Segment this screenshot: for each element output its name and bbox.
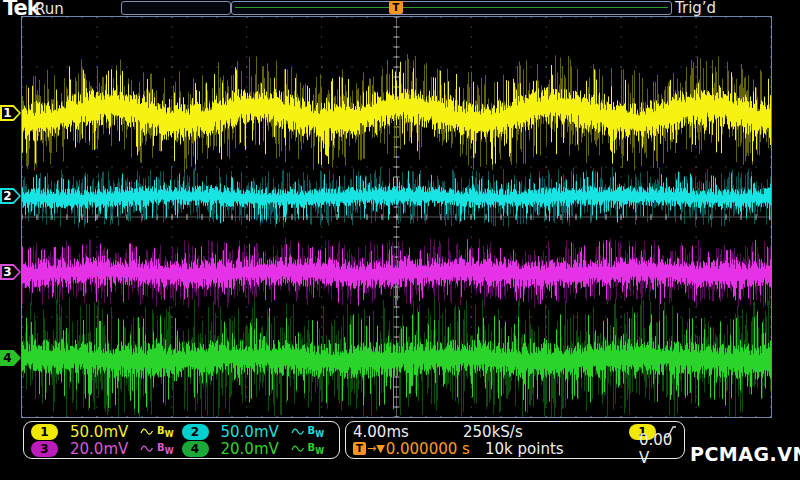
record-trigger-marker-icon: T xyxy=(389,1,403,14)
channel-1-badge: 1 xyxy=(31,424,58,440)
watermark: PCMAG.VN xyxy=(690,443,800,465)
horizontal-trigger-box: 4.00ms 250kS/s 1 T →▼ 0.000000 s 10k poi… xyxy=(345,421,685,459)
trigger-position-readout: T →▼ 0.000000 s xyxy=(353,440,485,458)
channel-1-marker-label: 1 xyxy=(0,105,15,121)
ac-coupling-icon xyxy=(291,427,305,437)
ac-coupling-icon xyxy=(291,444,305,454)
channel-3-scale: 20.0mV xyxy=(70,440,140,458)
channel-2-indicators: BW xyxy=(291,425,324,439)
channel-2-marker-label: 2 xyxy=(0,188,15,204)
bandwidth-limit-icon: BW xyxy=(308,442,324,456)
trigger-t-icon: T xyxy=(353,442,366,455)
channel-4-position-marker: 4 xyxy=(0,350,21,366)
trigger-level: 0.00 V xyxy=(639,431,677,467)
channel-4-badge: 4 xyxy=(182,441,209,457)
bandwidth-limit-icon: BW xyxy=(308,425,324,439)
record-view-bar-left xyxy=(121,1,231,15)
record-view-bar-right xyxy=(231,1,672,15)
trigger-row: T →▼ 0.000000 s 10k points 0.00 V xyxy=(353,440,677,457)
channel-3-indicators: BW xyxy=(140,442,173,456)
channel-2-readout: 2 50.0mV BW xyxy=(182,423,333,441)
trigger-position-value: 0.000000 s xyxy=(386,440,470,458)
channel-4-indicators: BW xyxy=(291,442,324,456)
ac-coupling-icon xyxy=(140,427,154,437)
channel-readout-row: 1 50.0mV BW 2 50.0mV BW xyxy=(31,423,332,440)
channel-4-readout: 4 20.0mV BW xyxy=(182,440,333,458)
trigger-level-wrap: 0.00 V xyxy=(605,431,677,467)
channel-4-marker-label: 4 xyxy=(0,350,15,366)
channel-2-position-marker: 2 xyxy=(0,188,21,204)
sample-rate: 250kS/s xyxy=(463,423,563,441)
channel-2-badge: 2 xyxy=(182,424,209,440)
bandwidth-limit-icon: BW xyxy=(157,442,173,456)
record-waveform-line xyxy=(235,7,668,8)
bandwidth-limit-icon: BW xyxy=(157,425,173,439)
trigger-status: Trig’d xyxy=(675,0,716,17)
channel-4-scale: 20.0mV xyxy=(221,440,291,458)
ac-coupling-icon xyxy=(140,444,154,454)
channel-1-position-marker: 1 xyxy=(0,105,21,121)
channel-1-indicators: BW xyxy=(140,425,173,439)
trigger-arrow-icons: →▼ xyxy=(367,442,385,455)
record-length: 10k points xyxy=(485,440,605,458)
channel-readouts-box: 1 50.0mV BW 2 50.0mV BW xyxy=(23,421,340,459)
trigger-level-arrow-icon xyxy=(760,108,771,120)
channel-2-scale: 50.0mV xyxy=(221,423,291,441)
channel-3-position-marker: 3 xyxy=(0,264,21,280)
channel-readout-row: 3 20.0mV BW 4 20.0mV BW xyxy=(31,440,332,457)
channel-3-readout: 3 20.0mV BW xyxy=(31,440,182,458)
channel-1-scale: 50.0mV xyxy=(70,423,140,441)
channel-1-readout: 1 50.0mV BW xyxy=(31,423,182,441)
channel-3-badge: 3 xyxy=(31,441,58,457)
waveform-canvas xyxy=(22,17,771,417)
channel-3-marker-label: 3 xyxy=(0,264,15,280)
oscilloscope-screen: Tek Run T Trig’d T 1 2 3 4 1 50.0mV xyxy=(0,0,800,480)
graticule xyxy=(21,16,772,418)
horizontal-scale: 4.00ms xyxy=(353,423,463,441)
